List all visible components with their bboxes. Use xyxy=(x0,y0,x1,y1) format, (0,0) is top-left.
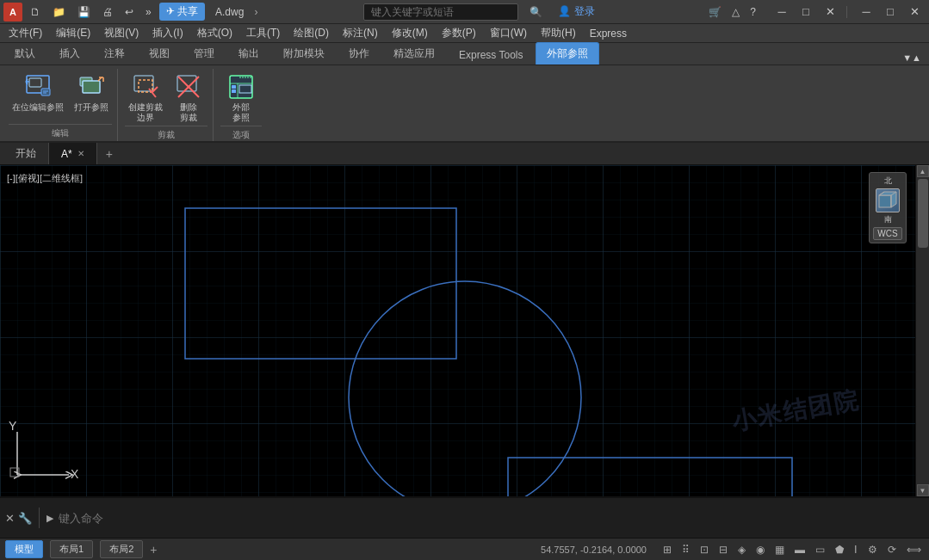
units-icon[interactable]: ⟳ xyxy=(885,543,899,557)
viewcube-cube[interactable] xyxy=(876,188,900,212)
menu-window[interactable]: 窗口(W) xyxy=(483,24,534,42)
inner-minimize-btn[interactable]: ─ xyxy=(855,4,877,20)
undo-btn[interactable]: ↩ xyxy=(121,4,138,20)
save-btn[interactable]: 💾 xyxy=(73,4,95,20)
scroll-thumb[interactable] xyxy=(918,179,928,248)
tab-default[interactable]: 默认 xyxy=(3,42,46,65)
inner-maximize-btn[interactable]: □ xyxy=(879,4,901,20)
tab-collab[interactable]: 协作 xyxy=(338,42,381,65)
search-input[interactable] xyxy=(363,3,518,21)
btn-open-ref[interactable]: 打开参照 xyxy=(71,71,112,115)
btn-create-clip[interactable]: 创建剪裁边界 xyxy=(125,71,166,126)
menu-insert[interactable]: 插入(I) xyxy=(146,24,189,42)
svg-rect-37 xyxy=(879,195,891,207)
menu-tools[interactable]: 工具(T) xyxy=(239,24,287,42)
tab-xref[interactable]: 外部参照 xyxy=(536,42,599,65)
open-btn[interactable]: 📁 xyxy=(48,4,70,20)
cmd-x-icon[interactable]: ✕ xyxy=(5,512,15,525)
tab-view[interactable]: 视图 xyxy=(138,42,181,65)
menu-express[interactable]: Express xyxy=(583,26,634,41)
isometric-icon[interactable]: ⟺ xyxy=(904,543,924,557)
transparency-icon[interactable]: ▭ xyxy=(813,543,827,557)
workspace-icon[interactable]: ⚙ xyxy=(865,543,880,557)
menu-bar: 文件(F) 编辑(E) 视图(V) 插入(I) 格式(O) 工具(T) 绘图(D… xyxy=(0,24,929,43)
snap-icon[interactable]: ⊡ xyxy=(697,543,711,557)
annotate-icon[interactable]: Ⅰ xyxy=(852,543,860,557)
coordinates-display: 54.7557, -0.2164, 0.0000 xyxy=(541,545,647,555)
group-clip-label: 剪裁 xyxy=(125,126,207,143)
tab-model[interactable]: 模型 xyxy=(5,540,43,558)
scroll-down-btn[interactable]: ▼ xyxy=(917,484,929,496)
canvas-svg: Y X xyxy=(0,165,929,496)
menu-format[interactable]: 格式(O) xyxy=(190,24,239,42)
tab-layout1[interactable]: 布局1 xyxy=(50,540,93,558)
tab-annotate[interactable]: 注释 xyxy=(93,42,136,65)
ribbon-panel: 在位编辑参照 打开参照 编辑 xyxy=(0,65,929,143)
close-btn[interactable]: ✕ xyxy=(819,4,841,20)
doc-tab-a[interactable]: A* ✕ xyxy=(49,143,97,164)
canvas-area[interactable]: [-][俯视][二维线框] Y X xyxy=(0,165,929,496)
cmd-separator xyxy=(39,508,40,528)
btn-ext-ref[interactable]: 外部参照 xyxy=(222,71,260,126)
grid-icon[interactable]: ⠿ xyxy=(679,543,692,557)
wcs-btn[interactable]: WCS xyxy=(873,227,901,240)
svg-rect-1 xyxy=(29,78,41,87)
title-bar: A 🗋 📁 💾 🖨 ↩ » ✈ 共享 A.dwg › 🔍 👤 登录 🛒 △ ? … xyxy=(0,0,929,24)
menu-file[interactable]: 文件(F) xyxy=(2,24,49,42)
add-layout-btn[interactable]: + xyxy=(150,543,157,557)
cart-btn[interactable]: 🛒 xyxy=(704,4,726,20)
tab-manage[interactable]: 管理 xyxy=(183,42,226,65)
minimize-btn[interactable]: ─ xyxy=(771,4,793,20)
tab-insert[interactable]: 插入 xyxy=(48,42,91,65)
menu-params[interactable]: 参数(P) xyxy=(435,24,483,42)
menu-help[interactable]: 帮助(H) xyxy=(534,24,583,42)
new-btn[interactable]: 🗋 xyxy=(26,4,45,20)
osnap-icon[interactable]: ◉ xyxy=(753,543,767,557)
share-btn[interactable]: ✈ 共享 xyxy=(159,3,205,21)
delta-btn[interactable]: △ xyxy=(728,4,744,20)
select-icon[interactable]: ⬟ xyxy=(833,543,846,557)
del-clip-icon xyxy=(175,73,202,101)
group-edit-label: 编辑 xyxy=(9,124,112,141)
doc-tab-start[interactable]: 开始 xyxy=(3,143,49,164)
tab-express-tools[interactable]: Express Tools xyxy=(448,45,534,65)
otrack-icon[interactable]: ▦ xyxy=(772,543,787,557)
lineweight-icon[interactable]: ▬ xyxy=(792,543,808,557)
print-btn[interactable]: 🖨 xyxy=(98,4,117,20)
model-space-icon[interactable]: ⊞ xyxy=(660,543,674,557)
vertical-scrollbar[interactable]: ▲ ▼ xyxy=(915,165,929,496)
help-btn[interactable]: ? xyxy=(746,4,760,20)
compass-south: 南 xyxy=(884,214,892,225)
menu-edit[interactable]: 编辑(E) xyxy=(49,24,97,42)
maximize-btn[interactable]: □ xyxy=(795,4,817,20)
panel-toggle-btn[interactable]: ▼▲ xyxy=(898,51,926,65)
scroll-up-btn[interactable]: ▲ xyxy=(917,165,929,177)
inner-close-btn[interactable]: ✕ xyxy=(903,4,926,20)
menu-draw[interactable]: 绘图(D) xyxy=(287,24,336,42)
tab-layout2[interactable]: 布局2 xyxy=(100,540,143,558)
menu-dim[interactable]: 标注(N) xyxy=(336,24,385,42)
ortho-icon[interactable]: ⊟ xyxy=(716,543,730,557)
open-ref-icon xyxy=(77,73,105,101)
btn-del-clip[interactable]: 删除剪裁 xyxy=(170,71,207,126)
svg-rect-28 xyxy=(0,165,929,496)
doc-tab-close-a[interactable]: ✕ xyxy=(77,149,84,158)
command-area: ✕ 🔧 ▶ xyxy=(0,496,929,538)
tab-output[interactable]: 输出 xyxy=(227,42,270,65)
scroll-track[interactable] xyxy=(916,177,929,484)
more-btn[interactable]: » xyxy=(141,4,156,20)
command-input[interactable] xyxy=(59,512,924,525)
doc-tab-add[interactable]: + xyxy=(97,144,121,164)
cmd-wrench-icon[interactable]: 🔧 xyxy=(18,512,32,525)
search-btn[interactable]: 🔍 xyxy=(525,4,547,20)
menu-modify[interactable]: 修改(M) xyxy=(385,24,435,42)
menu-view[interactable]: 视图(V) xyxy=(97,24,146,42)
svg-rect-23 xyxy=(232,85,236,89)
svg-rect-5 xyxy=(41,89,50,95)
tab-addons[interactable]: 附加模块 xyxy=(272,42,336,65)
tab-featured[interactable]: 精选应用 xyxy=(382,42,446,65)
btn-edit-ref[interactable]: 在位编辑参照 xyxy=(9,71,67,115)
login-btn[interactable]: 👤 登录 xyxy=(554,3,598,21)
polar-icon[interactable]: ◈ xyxy=(735,543,748,557)
filename: A.dwg xyxy=(215,6,244,18)
